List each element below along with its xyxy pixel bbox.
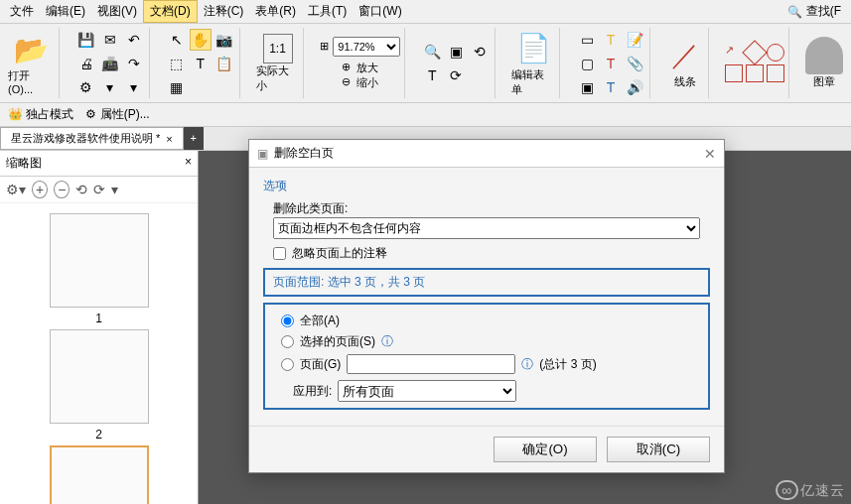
form-icon[interactable]: 📄 xyxy=(514,30,552,67)
find-button[interactable]: 🔍查找(F xyxy=(781,1,847,22)
search-icon: 🔍 xyxy=(787,5,802,19)
strike-icon[interactable]: T xyxy=(600,53,622,74)
thumb-settings-icon[interactable]: ⚙▾ xyxy=(6,182,26,197)
menu-window[interactable]: 窗口(W) xyxy=(353,1,407,22)
thumb-zoom-out-icon[interactable]: − xyxy=(54,181,70,198)
properties-button[interactable]: ⚙ 属性(P)... xyxy=(85,106,149,123)
underline-icon[interactable]: T xyxy=(600,76,622,98)
rotate-ccw-icon[interactable]: ⟲ xyxy=(469,41,491,63)
thumb-rotate-ccw-icon[interactable]: ⟲ xyxy=(75,182,87,197)
circle-shape[interactable] xyxy=(767,44,784,62)
camera-icon[interactable]: 📷 xyxy=(213,29,235,51)
marquee-icon[interactable]: ▣ xyxy=(445,41,467,63)
menu-edit[interactable]: 编辑(E) xyxy=(40,1,91,22)
pages-input[interactable] xyxy=(347,354,515,374)
apply-select[interactable]: 所有页面 xyxy=(338,380,516,402)
mail-icon[interactable]: ✉ xyxy=(99,29,121,51)
group-extra1: 🔍 ▣ ⟲ T ⟳ xyxy=(417,28,496,98)
fit-icon[interactable]: ⊞ xyxy=(320,40,329,53)
menu-view[interactable]: 视图(V) xyxy=(91,1,143,22)
second-toolbar: 👑 独占模式 ⚙ 属性(P)... xyxy=(0,103,851,127)
textfield-icon[interactable]: ▢ xyxy=(576,53,598,74)
save-icon[interactable]: 💾 xyxy=(75,29,97,51)
area-icon[interactable]: ▦ xyxy=(166,76,188,98)
group-annot: ▭ T 📝 ▢ T 📎 ▣ T 🔊 xyxy=(572,28,650,98)
window-icon: ▣ xyxy=(257,147,268,161)
radio-selected[interactable] xyxy=(281,335,294,348)
delete-type-select[interactable]: 页面边框内不包含任何内容 xyxy=(273,217,700,239)
hexagon-shape[interactable] xyxy=(767,64,784,82)
redo-icon[interactable]: ↷ xyxy=(123,53,145,74)
gear-icon: ⚙ xyxy=(85,107,96,121)
loupe-plus-icon[interactable]: 🔍 xyxy=(421,41,443,63)
menu-tools[interactable]: 工具(T) xyxy=(302,1,353,22)
sound-icon[interactable]: 🔊 xyxy=(624,76,645,98)
tab-close-icon[interactable]: × xyxy=(166,133,172,145)
zoom-out-icon[interactable]: ⊖ xyxy=(342,75,351,90)
zoom-select[interactable]: 91.72% xyxy=(333,37,400,57)
radio-all-label: 全部(A) xyxy=(300,313,340,329)
group-cursor: ↖ ✋ 📷 ⬚ T 📋 ▦ xyxy=(162,28,240,98)
menu-form[interactable]: 表单(R) xyxy=(249,1,302,22)
select-icon[interactable]: ⬚ xyxy=(166,53,188,74)
pages-total: (总计 3 页) xyxy=(539,356,596,373)
exclusive-mode[interactable]: 👑 独占模式 xyxy=(8,106,73,123)
thumb-rotate-cw-icon[interactable]: ⟳ xyxy=(93,182,105,197)
panel-close-icon[interactable]: × xyxy=(185,155,192,172)
highlight-icon[interactable]: T xyxy=(600,29,622,51)
menu-file[interactable]: 文件 xyxy=(4,1,40,22)
avatar-icon[interactable] xyxy=(805,37,843,74)
apply-label: 应用到: xyxy=(293,383,332,400)
document-tab[interactable]: 星云游戏修改器软件使用说明 * × xyxy=(0,127,184,150)
edit-form-label[interactable]: 编辑表单 xyxy=(511,67,555,97)
print-icon[interactable]: 🖨 xyxy=(75,53,97,74)
line-icon[interactable]: ／ xyxy=(666,37,704,74)
arrow-shape[interactable]: ↗ xyxy=(725,44,743,62)
dialog-title: 删除空白页 xyxy=(274,145,334,162)
lines-label[interactable]: 线条 xyxy=(674,74,696,89)
square-shape[interactable] xyxy=(746,64,764,82)
new-tab-button[interactable]: + xyxy=(184,127,204,150)
tab-title: 星云游戏修改器软件使用说明 * xyxy=(11,131,160,146)
zoom-in-icon[interactable]: ⊕ xyxy=(342,61,351,75)
cancel-button[interactable]: 取消(C) xyxy=(607,437,710,462)
radio-selected-label: 选择的页面(S) xyxy=(300,333,375,350)
rotate-cw-icon[interactable]: ⟳ xyxy=(445,64,467,86)
chevron-down-icon[interactable]: ▾ xyxy=(123,76,145,98)
link-icon[interactable] xyxy=(190,76,212,98)
attach-icon[interactable]: 📎 xyxy=(624,53,645,74)
undo-icon[interactable]: ↶ xyxy=(123,29,145,51)
ignore-annotations-checkbox[interactable] xyxy=(273,247,286,260)
menu-comment[interactable]: 注释(C) xyxy=(198,1,250,22)
field-icon[interactable]: ▭ xyxy=(576,29,598,51)
thumb-zoom-in-icon[interactable]: + xyxy=(32,181,48,198)
actual-size-icon[interactable]: 1:1 xyxy=(263,34,293,63)
hand-icon[interactable]: ✋ xyxy=(190,29,212,51)
page-thumb[interactable] xyxy=(50,445,149,504)
stamp-small-icon[interactable]: ▣ xyxy=(576,76,598,98)
clipboard-icon[interactable]: 📋 xyxy=(213,53,235,74)
open-label[interactable]: 打开(O)... xyxy=(8,68,55,95)
folder-icon[interactable]: 📂 xyxy=(12,31,50,68)
text-select-icon[interactable]: T xyxy=(190,53,212,74)
pentagon-shape[interactable] xyxy=(725,64,743,82)
info-icon[interactable]: ⓘ xyxy=(381,333,393,350)
thumb-more-icon[interactable]: ▾ xyxy=(111,182,118,197)
page-thumb[interactable] xyxy=(50,329,149,424)
diamond-shape[interactable] xyxy=(742,40,767,64)
radio-pages[interactable] xyxy=(281,358,294,371)
misc-icon[interactable]: ▾ xyxy=(99,76,121,98)
settings-icon[interactable]: ⚙ xyxy=(75,76,97,98)
scan-icon[interactable]: 📠 xyxy=(99,53,121,74)
menu-document[interactable]: 文档(D) xyxy=(143,0,198,23)
radio-all[interactable] xyxy=(281,315,294,327)
text-box-icon[interactable]: T xyxy=(421,64,443,86)
note-icon[interactable]: 📝 xyxy=(624,29,645,51)
ok-button[interactable]: 确定(O) xyxy=(494,437,597,462)
stamp-label[interactable]: 图章 xyxy=(813,74,835,89)
dialog-close-icon[interactable]: ✕ xyxy=(704,146,716,162)
cloud-icon: ∞ xyxy=(776,480,798,500)
info-icon[interactable]: ⓘ xyxy=(521,356,533,373)
pointer-icon[interactable]: ↖ xyxy=(166,29,188,51)
page-thumb[interactable] xyxy=(50,213,149,308)
